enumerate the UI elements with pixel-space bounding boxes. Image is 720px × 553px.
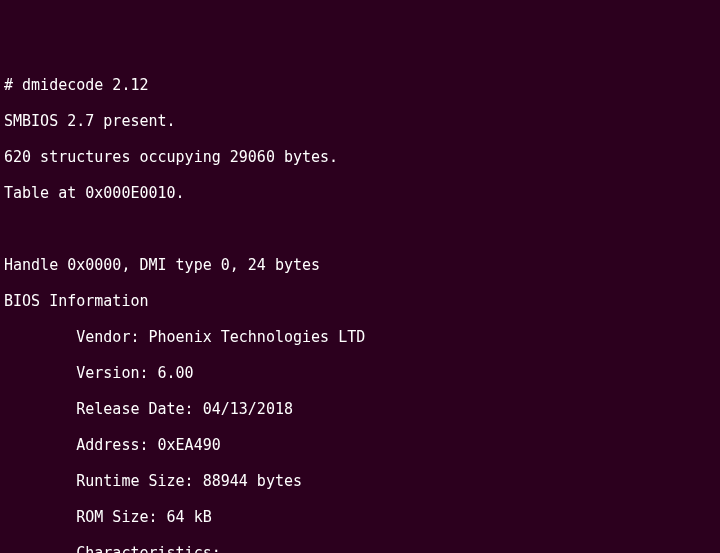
output-line: 620 structures occupying 29060 bytes. [4, 148, 716, 166]
output-line: SMBIOS 2.7 present. [4, 112, 716, 130]
section-title: BIOS Information [4, 292, 716, 310]
field-characteristics-label: Characteristics: [4, 544, 716, 553]
field-address: Address: 0xEA490 [4, 436, 716, 454]
output-line: Table at 0x000E0010. [4, 184, 716, 202]
field-runtime-size: Runtime Size: 88944 bytes [4, 472, 716, 490]
field-vendor: Vendor: Phoenix Technologies LTD [4, 328, 716, 346]
blank-line [4, 220, 716, 238]
output-line: # dmidecode 2.12 [4, 76, 716, 94]
output-line: Handle 0x0000, DMI type 0, 24 bytes [4, 256, 716, 274]
field-rom-size: ROM Size: 64 kB [4, 508, 716, 526]
field-release-date: Release Date: 04/13/2018 [4, 400, 716, 418]
field-version: Version: 6.00 [4, 364, 716, 382]
